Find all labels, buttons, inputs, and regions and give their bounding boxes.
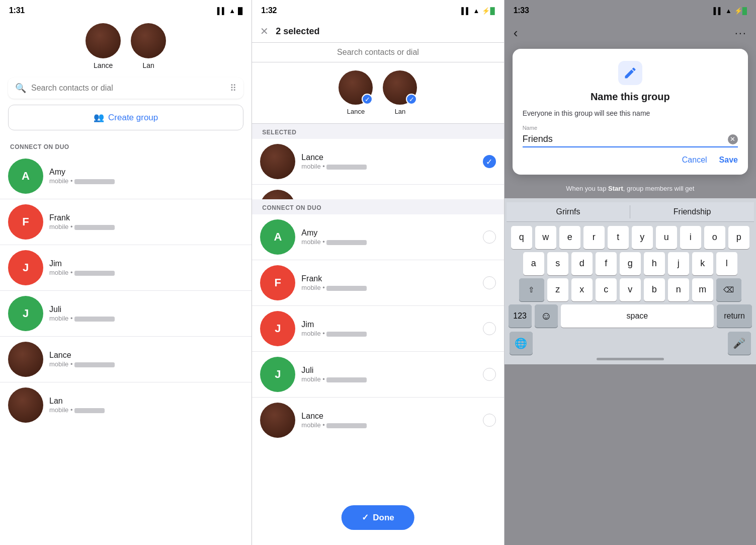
radio-amy[interactable]: [483, 230, 496, 244]
more-options-button[interactable]: ···: [735, 27, 747, 40]
contact-row-lan-list[interactable]: Lan mobile •: [0, 382, 251, 428]
create-group-button[interactable]: 👥 Create group: [8, 105, 243, 130]
contact-name-lan: Lan: [142, 61, 154, 69]
keyboard-suggestions: Grirnfs Friendship: [507, 202, 754, 222]
thumb-avatar-lan: ✓: [383, 70, 417, 105]
selected-thumbs: ✓ Lance ✓ Lan: [252, 62, 503, 124]
avatar-frank: F: [8, 204, 43, 240]
key-p[interactable]: p: [728, 226, 749, 249]
key-i[interactable]: i: [680, 226, 701, 249]
key-emoji[interactable]: ☺: [535, 304, 558, 328]
key-m[interactable]: m: [692, 278, 713, 301]
contact-row-jim[interactable]: J Jim mobile •: [0, 245, 251, 291]
wifi-icon-2: ▲: [473, 7, 480, 15]
key-n[interactable]: n: [668, 278, 689, 301]
radio-jim[interactable]: [483, 322, 496, 335]
avatar-lan-list: [8, 387, 43, 423]
p2-row-juli[interactable]: J Juli mobile •: [252, 352, 503, 398]
p2-row-amy[interactable]: A Amy mobile •: [252, 214, 503, 260]
unselected-list: A Amy mobile • F Frank mobile • J Jim mo…: [252, 214, 503, 545]
thumb-lan[interactable]: ✓ Lan: [383, 70, 417, 115]
key-space[interactable]: space: [561, 304, 714, 328]
p2-row-frank[interactable]: F Frank mobile •: [252, 260, 503, 306]
radio-juli[interactable]: [483, 368, 496, 381]
recent-contact-lance[interactable]: Lance: [86, 23, 121, 69]
radio-frank[interactable]: [483, 276, 496, 289]
contact-info-juli: Juli mobile •: [49, 305, 243, 322]
p2-search[interactable]: [252, 43, 503, 62]
status-icons-3: ▌▌ ▲ ⚡█: [713, 7, 747, 15]
key-u[interactable]: u: [656, 226, 677, 249]
key-s[interactable]: s: [547, 252, 568, 275]
selected-row-lan[interactable]: Lan mobile • ✓: [252, 185, 503, 199]
key-c[interactable]: c: [596, 278, 617, 301]
save-button[interactable]: Save: [719, 155, 738, 165]
contact-info-lance-list: Lance mobile •: [49, 351, 243, 368]
done-button[interactable]: ✓ Done: [342, 505, 414, 530]
key-o[interactable]: o: [704, 226, 725, 249]
key-l[interactable]: l: [716, 252, 737, 275]
p2-avatar-juli: J: [260, 357, 295, 392]
key-e[interactable]: e: [559, 226, 580, 249]
signal-icon-2: ▌▌: [461, 7, 470, 15]
key-r[interactable]: r: [583, 226, 605, 249]
search-input-2[interactable]: [260, 48, 495, 57]
key-h[interactable]: h: [644, 252, 665, 275]
suggestion-friendship[interactable]: Friendship: [630, 205, 754, 218]
key-a[interactable]: a: [523, 252, 544, 275]
contact-name-juli: Juli: [49, 305, 243, 314]
key-w[interactable]: w: [535, 226, 556, 249]
key-b[interactable]: b: [644, 278, 665, 301]
keypad-icon[interactable]: ⠿: [230, 83, 236, 94]
contact-row-frank[interactable]: F Frank mobile •: [0, 199, 251, 245]
thumb-avatar-lance: ✓: [339, 70, 373, 105]
thumb-lance[interactable]: ✓ Lance: [339, 70, 373, 115]
p3-top-bar: ‹ ···: [505, 18, 756, 45]
key-y[interactable]: y: [632, 226, 653, 249]
recent-contact-lan[interactable]: Lan: [131, 23, 166, 69]
key-k[interactable]: k: [692, 252, 713, 275]
p2-avatar-amy: A: [260, 219, 295, 255]
suggestion-grirnfs[interactable]: Grirnfs: [507, 205, 631, 218]
key-d[interactable]: d: [571, 252, 593, 275]
group-name-input[interactable]: [523, 132, 738, 147]
search-input-1[interactable]: [31, 84, 225, 93]
contact-row-lance-list[interactable]: Lance mobile •: [0, 337, 251, 382]
search-bar-1[interactable]: 🔍 ⠿: [8, 77, 243, 99]
key-g[interactable]: g: [620, 252, 641, 275]
key-v[interactable]: v: [620, 278, 641, 301]
close-button[interactable]: ✕: [260, 25, 269, 37]
key-f[interactable]: f: [596, 252, 617, 275]
create-group-icon: 👥: [94, 112, 104, 123]
check-indicator-lance: ✓: [483, 155, 496, 168]
key-j[interactable]: j: [668, 252, 689, 275]
key-123[interactable]: 123: [509, 304, 532, 328]
selected-count: 2 selected: [276, 26, 495, 37]
home-indicator-3: [597, 358, 664, 360]
clear-input-button[interactable]: ✕: [728, 134, 738, 144]
radio-lance2[interactable]: [483, 414, 496, 427]
p2-row-lance2[interactable]: Lance mobile •: [252, 398, 503, 443]
battery-icon-3: ⚡█: [734, 7, 747, 15]
key-q[interactable]: q: [511, 226, 532, 249]
status-icons-1: ▌▌ ▲ █: [217, 7, 243, 15]
cancel-button[interactable]: Cancel: [682, 155, 707, 165]
selected-section-header: SELECTED: [252, 124, 503, 139]
contact-row-juli[interactable]: J Juli mobile •: [0, 291, 251, 337]
key-z[interactable]: z: [547, 278, 568, 301]
key-x[interactable]: x: [571, 278, 593, 301]
selected-row-lance[interactable]: Lance mobile • ✓: [252, 139, 503, 185]
key-return[interactable]: return: [717, 304, 752, 328]
contact-row-amy[interactable]: A Amy mobile •: [0, 153, 251, 199]
key-mic[interactable]: 🎤: [728, 332, 751, 355]
battery-icon: █: [238, 7, 242, 15]
back-button[interactable]: ‹: [514, 25, 518, 41]
contact-name-lance-list: Lance: [49, 351, 243, 360]
status-time-1: 1:31: [9, 6, 25, 15]
key-backspace[interactable]: ⌫: [716, 278, 741, 301]
key-shift[interactable]: ⇧: [519, 278, 544, 301]
key-t[interactable]: t: [608, 226, 629, 249]
contact-list-1: A Amy mobile • F Frank mobile • J Jim mo…: [0, 153, 251, 545]
key-globe[interactable]: 🌐: [510, 332, 533, 355]
p2-row-jim[interactable]: J Jim mobile •: [252, 306, 503, 352]
